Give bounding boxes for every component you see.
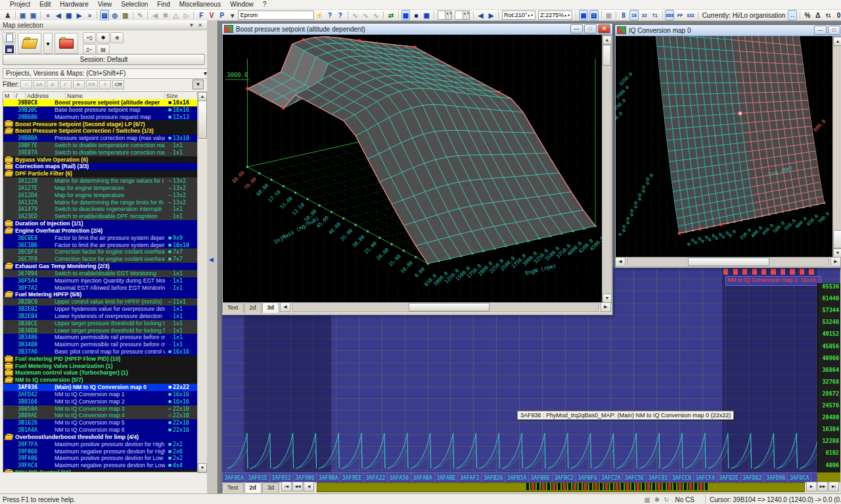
import-folder-button[interactable] (55, 33, 78, 54)
iq-vscrollbar[interactable]: ▲ ▼ (832, 36, 841, 258)
toolbar-icon[interactable]: ¶1 (824, 10, 833, 20)
filter-icon[interactable]: A (47, 80, 58, 89)
table-scrollbar[interactable]: ▲ ▼ (197, 91, 208, 473)
nav-icon[interactable]: ▶| (829, 482, 839, 492)
zoom-spinner[interactable]: Z:2275% ▲▼ (538, 11, 572, 20)
table-row[interactable]: 3B3488Maximum permissible rail pressure … (3, 341, 198, 348)
table-row[interactable]: 36C7F8Correction factor for engine coola… (3, 256, 198, 263)
table-row[interactable]: 3A132AMatrix for determining the range l… (3, 199, 198, 206)
folder-row[interactable]: Engine Overheat Protection (2/4) (3, 227, 198, 235)
table-row[interactable]: 3B1A4ANM to IQ Conversion map 6■22x16 (3, 426, 198, 434)
toolbar-icon[interactable]: » (85, 10, 95, 20)
table-row[interactable]: 39B0C8Boost pressure setpoint (altitude … (3, 99, 198, 106)
open-project-button[interactable] (18, 33, 41, 54)
toolbar-icon[interactable]: ▦ (422, 10, 431, 20)
toolbar-icon[interactable]: Δ (813, 10, 823, 20)
maximize-icon[interactable]: □ (584, 24, 597, 34)
folder-row[interactable]: Boost Pressure Setpoint Correction / Swi… (3, 127, 198, 135)
table-row[interactable]: 3A1479Switch to deactivate regeneration … (3, 206, 198, 213)
table-row[interactable]: 3B2E02Upper hysteresis value for overpre… (3, 306, 198, 313)
panel-menu-icon[interactable]: ▼ (187, 22, 196, 29)
table-row[interactable]: 39F866Maximum negative pressure devtion … (3, 448, 198, 455)
folder-row[interactable]: Duration of Injection (1/1) (3, 220, 198, 227)
scroll-up-icon[interactable]: ▲ (198, 92, 207, 101)
menu-selection[interactable]: Selection (116, 0, 152, 9)
nav-icon[interactable]: ◀◀ (292, 482, 303, 492)
table-row[interactable]: 3B058ANM to IQ Conversion map 3=22x10 (3, 405, 198, 413)
toolbar-icon[interactable]: « (43, 10, 53, 20)
table-row[interactable]: 39B30CBase boost pressure setpoint map■1… (3, 106, 198, 114)
hex-tab-text[interactable]: Text (222, 482, 244, 493)
nav-icon[interactable]: ▶▶ (817, 482, 828, 492)
menu-window[interactable]: Window (225, 0, 258, 9)
toolbar-icon[interactable]: ▥ (121, 10, 130, 20)
nav-icon[interactable]: |◀ (281, 482, 292, 492)
toolbar-icon[interactable]: % (803, 10, 812, 20)
rotation-spinner[interactable]: Rot:210° ▲▼ (502, 11, 535, 20)
boost-hscrollbar[interactable] (292, 302, 599, 312)
folder-row[interactable]: Maximum control value (Turbocharger) (1) (3, 369, 198, 377)
boost-tab-2d[interactable]: 2d (244, 302, 261, 313)
toolbar-icon[interactable]: T1 (650, 10, 660, 20)
table-row[interactable]: 39F7FAMaximum positive pressure devtion … (3, 441, 198, 448)
toolbar-icon[interactable]: ↔ (788, 10, 797, 20)
toolbar-icon[interactable]: ▦ (64, 10, 74, 20)
toolbar-icon[interactable]: F (196, 10, 206, 20)
toolbar-icon[interactable]: ▦ (401, 10, 411, 20)
filter-icon[interactable]: ► (73, 80, 85, 89)
table-row[interactable]: 39B8BAPressure setpoint correction map (… (3, 135, 198, 142)
toolbar-icon[interactable]: ▾ (228, 10, 237, 20)
hex-tab-3d[interactable]: 3d (262, 482, 279, 493)
folder-row[interactable]: Fuel metering PID (HPFP Flow PID) (10) (3, 355, 198, 363)
table-row[interactable]: 39B686Maximum boost pressure request map… (3, 114, 198, 121)
new-doc-button[interactable] (3, 32, 16, 43)
toolbar-icon[interactable]: ▶ (487, 10, 496, 20)
table-row[interactable]: 3B09AENM to IQ Conversion map 4=22x10 (3, 412, 198, 419)
iq-title-bar[interactable]: IQ Conversion map 0 — □ (615, 25, 841, 36)
toolbar-icon[interactable]: ♟ (3, 10, 12, 20)
toolbar-icon[interactable]: V (207, 10, 216, 20)
table-row[interactable]: 3AF936(Main) NM to IQ Conversion map 0■2… (3, 384, 198, 391)
table-row[interactable]: 3B3486Maximum permissible rail pressure … (3, 334, 198, 341)
splitter-collapse-icon[interactable]: ◀ (209, 255, 216, 264)
folder-row[interactable]: Overboost/underboost threshold for limp … (3, 434, 198, 441)
toolbar-icon[interactable]: ▶ (75, 10, 84, 20)
toolbar-icon[interactable]: ◎ (110, 10, 120, 20)
table-row[interactable]: 39FAC4Maximum negative pressure devtion … (3, 462, 198, 469)
filter-icon[interactable]: aA (34, 80, 45, 89)
filter-off-button[interactable]: Off (112, 80, 124, 89)
iq-3d-plot[interactable]: 0.00.00.00.00.00.00.0350.0400.0450.0500.… (616, 36, 833, 257)
toolbar-icon[interactable]: ▤ (100, 10, 109, 20)
hex-tab-2d[interactable]: 2d (244, 482, 262, 493)
table-row[interactable]: 39E07ASwitch to disable temperature corr… (3, 149, 198, 156)
table-row[interactable]: 39FA86Maximum positive pressure devtion … (3, 455, 198, 462)
toolbar-icon[interactable]: 0 (834, 10, 841, 20)
minimize-icon[interactable]: — (814, 26, 827, 35)
wizard-button[interactable]: ✱ (97, 32, 110, 43)
folder-row[interactable]: Correction maps (Rail) (3/3) (3, 163, 198, 170)
map-range-label[interactable]: NM to IQ Conversion map 1: 16x16 (16 Bi (725, 276, 821, 286)
table-row[interactable]: 39BF7ESwitch to disable temperature corr… (3, 142, 198, 149)
eprom-input[interactable] (238, 11, 314, 20)
menu-find[interactable]: Find (152, 0, 174, 9)
menu-view[interactable]: View (93, 0, 117, 9)
close-icon[interactable]: ✕ (598, 24, 610, 34)
remove-map-button[interactable]: ▯− (83, 44, 96, 55)
menu-edit[interactable]: Edit (35, 0, 55, 9)
folder-row[interactable]: Exhaust Gas Temp Monitoring (2/3) (3, 263, 198, 270)
table-row[interactable]: 3A12D4Map for engine temperature–13x2 (3, 192, 198, 199)
toolbar-icon[interactable]: ▣ (28, 10, 37, 20)
folder-row[interactable]: DPF Particle Filter (6) (3, 170, 198, 177)
filter-icon[interactable]: KK (86, 80, 98, 89)
folder-row[interactable]: Fuel Metering HPFP (5/8) (3, 291, 198, 298)
toolbar-icon[interactable]: P (217, 10, 227, 20)
table-row[interactable]: 3A127EMap for engine temperature–13x2 (3, 185, 198, 192)
table-row[interactable]: 3B1626NM to IQ Conversion map 5■22x16 (3, 419, 198, 426)
toolbar-icon[interactable]: ■ (411, 10, 420, 20)
toolbar-icon[interactable]: ? (336, 10, 345, 20)
toolbar-icon[interactable]: ⚡ (315, 10, 324, 20)
filter-icon[interactable]: ≡ (99, 80, 111, 89)
folder-row[interactable]: PCV PID Control (10) (3, 469, 198, 472)
boost-3d-plot[interactable]: 650.01000.01250.01500.01750.02000.02250.… (223, 35, 602, 302)
value-spinner[interactable]: ▲▼ (455, 11, 470, 20)
